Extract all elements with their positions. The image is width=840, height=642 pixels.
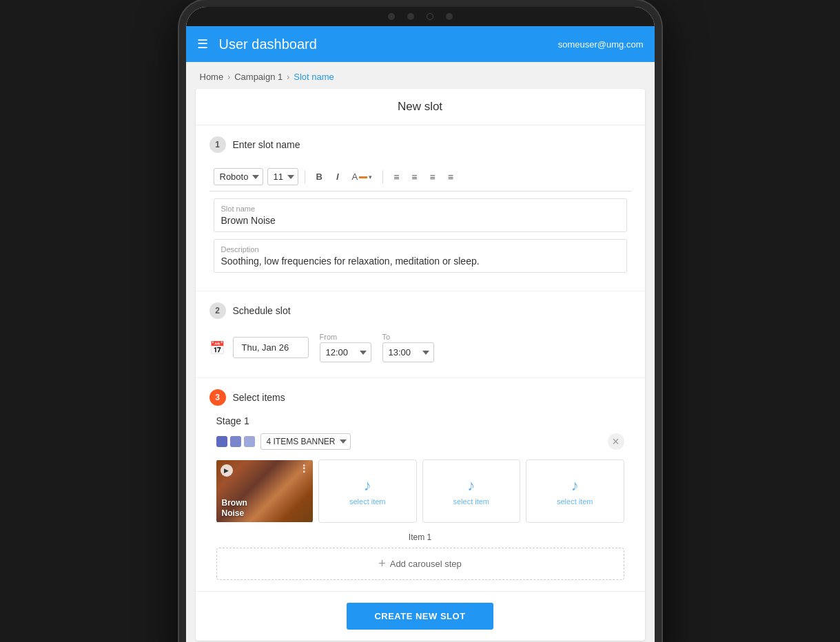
scrollable-content[interactable]: Home › Campaign 1 › Slot name New slot 1… <box>186 62 655 642</box>
dropdown-arrow-color: ▾ <box>369 174 372 180</box>
nav-title: User dashboard <box>219 37 558 52</box>
banner-dot-1 <box>216 436 227 447</box>
tablet-content: ☰ User dashboard someuser@umg.com Home ›… <box>186 26 655 642</box>
music-icon-4: ♪ <box>571 477 579 495</box>
toolbar-divider-2 <box>382 170 383 184</box>
toolbar-divider-1 <box>305 170 305 184</box>
create-button-section: CREATE NEW SLOT <box>196 592 645 641</box>
description-value: Soothing, low frequencies for relaxation… <box>221 256 619 267</box>
tablet-dot-1 <box>388 13 395 20</box>
italic-button[interactable]: I <box>331 169 344 185</box>
nav-bar: ☰ User dashboard someuser@umg.com <box>186 26 655 62</box>
remove-banner-button[interactable]: × <box>608 433 624 450</box>
music-icon-3: ♪ <box>467 477 475 495</box>
stage-label: Stage 1 <box>216 415 624 426</box>
tablet-camera <box>427 13 433 20</box>
banner-dot-3 <box>244 436 255 447</box>
align-center-button[interactable]: ≡ <box>407 169 421 185</box>
breadcrumb-sep-2: › <box>287 72 289 82</box>
section-schedule-slot: 2 Schedule slot 📅 Thu, Jan 26 From 12:00… <box>196 291 645 378</box>
from-label: From <box>320 333 371 341</box>
align-left-button[interactable]: ≡ <box>389 169 403 185</box>
item-1-label: Item 1 <box>216 530 624 545</box>
brown-noise-title-line1: Brown <box>222 498 247 508</box>
from-time-group: From 12:00 12:30 13:00 <box>320 333 371 362</box>
calendar-icon[interactable]: 📅 <box>209 340 225 355</box>
plus-icon: + <box>378 557 386 571</box>
breadcrumb-sep-1: › <box>227 72 230 82</box>
tablet-dot-2 <box>407 13 414 20</box>
description-field[interactable]: Description Soothing, low frequencies fo… <box>214 239 627 273</box>
music-icon-2: ♪ <box>364 477 371 495</box>
item-card-2[interactable]: ♪ select item <box>318 459 417 523</box>
add-carousel-button[interactable]: + Add carousel step <box>216 548 624 580</box>
description-label: Description <box>221 245 619 253</box>
select-item-4: ♪ select item <box>526 460 624 522</box>
schedule-times: From 12:00 12:30 13:00 To 13:00 <box>320 333 434 362</box>
banner-selector-row: 4 ITEMS BANNER 3 ITEMS BANNER 2 ITEMS BA… <box>216 433 624 450</box>
close-icon: × <box>612 435 619 449</box>
section-title-1: Enter slot name <box>233 139 300 150</box>
font-selector[interactable]: Roboto <box>214 168 263 185</box>
section-title-2: Schedule slot <box>233 305 291 316</box>
add-carousel-label: Add carousel step <box>390 559 462 569</box>
items-grid: ▶ ⋮ Brown Noise ♪ select item <box>216 459 624 523</box>
banner-count-select[interactable]: 4 ITEMS BANNER 3 ITEMS BANNER 2 ITEMS BA… <box>260 433 351 450</box>
section-enter-slot-name: 1 Enter slot name Roboto 11 B I <box>196 125 645 291</box>
to-time-group: To 13:00 13:30 14:00 <box>382 333 434 362</box>
hamburger-icon[interactable]: ☰ <box>197 37 208 52</box>
item-card-3[interactable]: ♪ select item <box>422 459 521 523</box>
breadcrumb-slot: Slot name <box>294 72 334 82</box>
slot-name-field[interactable]: Slot name Brown Noise <box>214 198 627 232</box>
items-container: Stage 1 4 ITEMS BANNER 3 ITEMS BANNER <box>209 415 631 580</box>
color-label: A <box>352 172 358 182</box>
section-title-3: Select items <box>233 392 285 403</box>
from-time-select[interactable]: 12:00 12:30 13:00 <box>320 342 371 362</box>
item-card-1[interactable]: ▶ ⋮ Brown Noise <box>216 459 314 523</box>
tablet-frame: ☰ User dashboard someuser@umg.com Home ›… <box>179 0 662 642</box>
to-time-select[interactable]: 13:00 13:30 14:00 <box>382 342 434 362</box>
create-new-slot-button[interactable]: CREATE NEW SLOT <box>347 603 493 630</box>
tablet-top-bar <box>186 7 655 26</box>
brown-noise-album-art: ▶ ⋮ Brown Noise <box>216 460 314 522</box>
section-number-2: 2 <box>209 302 226 319</box>
select-item-label-4: select item <box>557 497 593 506</box>
editor-toolbar: Roboto 11 B I A ▾ <box>209 163 631 191</box>
section-number-3: 3 <box>209 389 226 406</box>
to-label: To <box>382 333 434 341</box>
slot-name-label: Slot name <box>221 205 619 213</box>
form-card: New slot 1 Enter slot name Roboto 11 <box>196 89 645 641</box>
nav-user-email: someuser@umg.com <box>558 39 644 50</box>
date-field[interactable]: Thu, Jan 26 <box>233 337 309 358</box>
color-underline <box>359 176 367 178</box>
play-overlay: ▶ <box>221 464 233 477</box>
breadcrumb: Home › Campaign 1 › Slot name <box>186 62 655 89</box>
select-item-label-3: select item <box>453 497 489 506</box>
bold-button[interactable]: B <box>311 169 327 185</box>
font-size-selector[interactable]: 11 <box>267 168 298 185</box>
banner-dot-2 <box>230 436 241 447</box>
banner-dots <box>216 436 255 447</box>
color-button[interactable]: A ▾ <box>348 169 377 185</box>
select-item-2: ♪ select item <box>319 460 416 522</box>
form-title: New slot <box>196 89 645 125</box>
more-icon[interactable]: ⋮ <box>299 463 309 474</box>
section-select-items: 3 Select items Stage 1 <box>196 378 645 592</box>
select-item-label-2: select item <box>349 497 386 506</box>
section-number-1: 1 <box>209 136 226 153</box>
brown-noise-title-line2: Noise <box>222 508 245 518</box>
select-item-3: ♪ select item <box>423 460 520 522</box>
slot-name-value: Brown Noise <box>221 215 619 226</box>
breadcrumb-campaign[interactable]: Campaign 1 <box>234 72 283 82</box>
breadcrumb-home[interactable]: Home <box>200 72 224 82</box>
align-justify-button[interactable]: ≡ <box>444 169 458 185</box>
align-right-button[interactable]: ≡ <box>426 169 440 185</box>
item-card-4[interactable]: ♪ select item <box>526 459 624 523</box>
tablet-dot-3 <box>446 13 453 20</box>
schedule-row: 📅 Thu, Jan 26 From 12:00 12:30 13:00 <box>209 329 631 366</box>
